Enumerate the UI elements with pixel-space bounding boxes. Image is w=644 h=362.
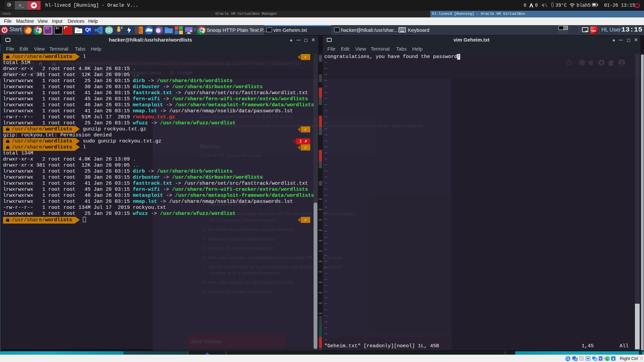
svg-text:vpn: vpn [591, 29, 596, 32]
svg-text:V: V [599, 357, 601, 360]
svg-text:#: # [121, 26, 123, 30]
